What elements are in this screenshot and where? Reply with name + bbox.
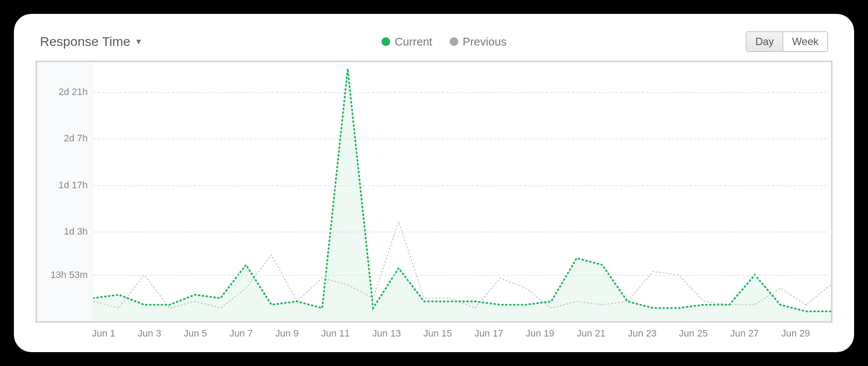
x-tick-label: Jun 5 <box>184 328 207 339</box>
legend-label-current: Current <box>395 35 432 49</box>
chart-legend: Current Previous <box>381 35 506 49</box>
gridline <box>93 185 827 186</box>
x-tick-label: Jun 9 <box>275 328 299 339</box>
x-tick-label: Jun 3 <box>138 328 161 339</box>
toggle-week-button[interactable]: Week <box>783 32 827 51</box>
plot-region[interactable] <box>93 62 831 321</box>
chevron-down-icon: ▼ <box>135 37 142 46</box>
x-tick-label: Jun 21 <box>577 328 605 339</box>
x-tick-label: Jun 17 <box>474 328 503 339</box>
x-tick-label: Jun 19 <box>526 328 554 339</box>
series-previous-line <box>93 222 831 308</box>
y-tick-label: 1d 17h <box>59 180 88 191</box>
series-current-area <box>93 69 831 321</box>
toggle-day-button[interactable]: Day <box>746 32 783 51</box>
x-tick-label <box>503 328 526 339</box>
legend-dot-previous <box>450 37 458 46</box>
legend-item-current[interactable]: Current <box>381 35 432 49</box>
y-tick-label: 2d 21h <box>59 86 88 98</box>
y-tick-label: 1d 3h <box>64 226 88 237</box>
x-tick-label: Jun 29 <box>781 328 810 339</box>
gridline <box>93 138 827 139</box>
x-tick-label: Jun 25 <box>679 328 708 339</box>
x-tick-label: Jun 23 <box>628 328 657 339</box>
x-tick-label: Jun 11 <box>321 328 350 339</box>
y-axis: 13h 53m1d 3h1d 17h2d 7h2d 21h <box>37 62 93 321</box>
x-tick-label <box>350 328 372 339</box>
legend-dot-current <box>381 37 390 46</box>
granularity-toggle: Day Week <box>746 31 828 52</box>
x-tick-label <box>161 328 184 339</box>
x-tick-label <box>253 328 276 339</box>
x-tick-label: Jun 13 <box>372 328 401 339</box>
x-tick-label <box>554 328 577 339</box>
x-tick-label: Jun 7 <box>230 328 253 339</box>
y-tick-label: 13h 53m <box>50 269 88 281</box>
x-tick-label: Jun 27 <box>730 328 759 339</box>
chart-svg <box>93 62 831 321</box>
x-tick-label <box>207 328 230 339</box>
y-tick-label: 2d 7h <box>64 133 88 144</box>
x-tick-label: Jun 1 <box>92 328 115 339</box>
x-tick-label <box>759 328 781 339</box>
x-tick-label <box>115 328 138 339</box>
gridline <box>93 275 827 276</box>
x-tick-label <box>299 328 321 339</box>
chart-plot-area: 13h 53m1d 3h1d 17h2d 7h2d 21h <box>36 61 832 323</box>
metric-selector[interactable]: Response Time ▼ <box>40 34 142 49</box>
x-tick-label <box>657 328 679 339</box>
x-tick-label <box>452 328 475 339</box>
x-tick-label <box>810 328 832 339</box>
legend-label-previous: Previous <box>463 35 506 49</box>
gridline <box>93 232 827 232</box>
chart-title: Response Time <box>40 34 130 49</box>
x-tick-label <box>708 328 730 339</box>
x-axis: Jun 1 Jun 3 Jun 5 Jun 7 Jun 9 Jun 11 Jun… <box>36 328 832 339</box>
x-tick-label: Jun 15 <box>424 328 452 339</box>
legend-item-previous[interactable]: Previous <box>450 35 506 49</box>
chart-header: Response Time ▼ Current Previous Day Wee… <box>36 31 832 52</box>
x-tick-label <box>605 328 628 339</box>
gridline <box>93 92 827 93</box>
chart-card: Response Time ▼ Current Previous Day Wee… <box>14 14 854 352</box>
x-tick-label <box>401 328 424 339</box>
